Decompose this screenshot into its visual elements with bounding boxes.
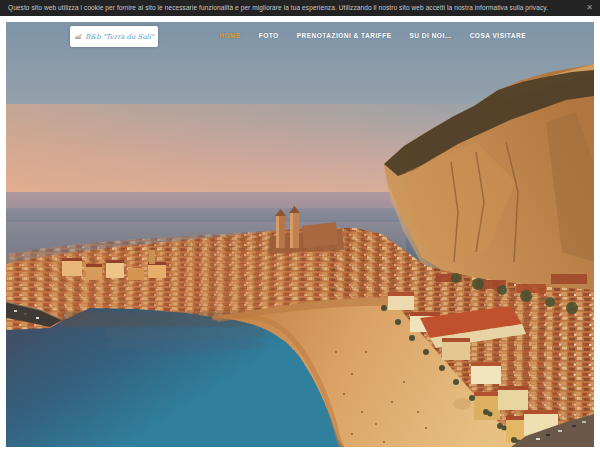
nav-item-prenotazioni-tariffe[interactable]: PRENOTAZIONI & TARIFFE — [297, 32, 392, 39]
cookie-banner: Questo sito web utilizza i cookie per fo… — [0, 0, 600, 16]
cookie-message: Questo sito web utilizza i cookie per fo… — [8, 4, 548, 11]
main-nav: HOME FOTO PRENOTAZIONI & TARIFFE SU DI N… — [219, 32, 526, 39]
nav-item-su-di-noi[interactable]: SU DI NOI... — [410, 32, 452, 39]
cefalu-sunset-scene — [6, 22, 594, 447]
nav-item-foto[interactable]: FOTO — [259, 32, 279, 39]
navbar: B&b "Terra du Suli" HOME FOTO PRENOTAZIO… — [6, 22, 594, 56]
nav-item-cosa-visitare[interactable]: COSA VISITARE — [470, 32, 526, 39]
nav-item-home[interactable]: HOME — [219, 32, 241, 39]
hero-image: B&b "Terra du Suli" HOME FOTO PRENOTAZIO… — [6, 22, 594, 447]
site-logo[interactable]: B&b "Terra du Suli" — [70, 26, 158, 47]
brand-name: B&b "Terra du Suli" — [85, 33, 154, 41]
close-icon[interactable]: ✕ — [586, 0, 593, 16]
boat-logo-icon — [74, 29, 82, 44]
